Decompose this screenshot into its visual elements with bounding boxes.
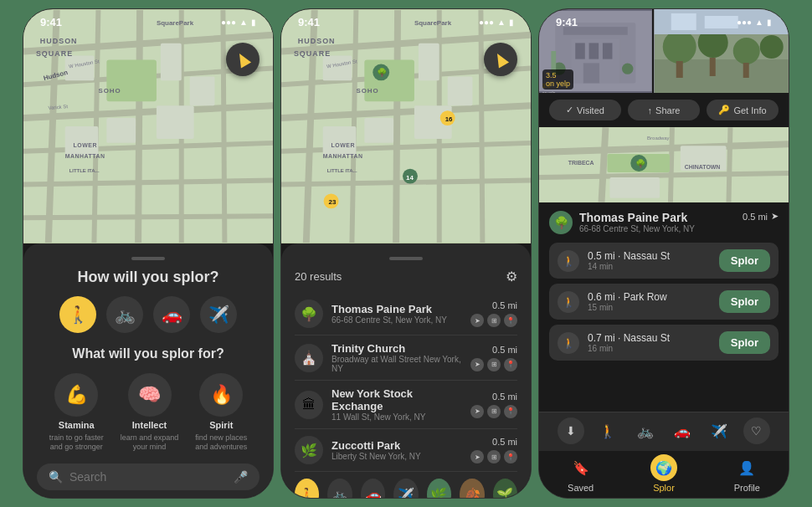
svg-rect-44 (323, 126, 357, 156)
route-option-1: 🚶 0.6 mi · Park Row 15 min Splor (549, 284, 779, 320)
car-icon[interactable]: 🚗 (153, 296, 190, 333)
results-header: 20 results ⚙ (295, 269, 517, 284)
nav-splor-3[interactable]: 🌍 Splor (650, 454, 677, 493)
nav-dot-2[interactable]: ➤ (470, 405, 484, 418)
splor-for-question: What will you splor for? (37, 346, 260, 361)
phone-1: 9:41 ●●● ▲ ▮ (23, 8, 274, 499)
svg-line-9 (138, 10, 140, 243)
place-nav-icon[interactable]: ➤ (771, 211, 779, 222)
route-name-1: 0.6 mi · Park Row (588, 291, 711, 303)
search-bar-1[interactable]: 🔍 🎤 (37, 463, 260, 490)
bike-icon[interactable]: 🚲 (106, 296, 143, 333)
svg-rect-45 (364, 118, 393, 143)
result-name-2: New York Stock Exchange (331, 387, 462, 412)
svg-text:🌳: 🌳 (377, 67, 388, 78)
filter-icons-row: 🚶 🚲 🚗 ✈️ 🌿 🍂 🌱 (295, 472, 517, 499)
download-btn-3[interactable]: ⬇ (558, 417, 584, 444)
nav-dot-0[interactable]: ➤ (470, 314, 484, 327)
svg-rect-16 (65, 126, 99, 156)
pin-dot-3: 📍 (504, 450, 517, 463)
svg-rect-67 (575, 43, 585, 59)
status-bar-2: 9:41 ●●● ▲ ▮ (281, 9, 531, 32)
info-btn[interactable]: 🔑 Get Info (707, 100, 779, 120)
dist-text-1: 0.5 mi (492, 345, 517, 355)
svg-rect-82 (676, 61, 682, 78)
nav-saved-3[interactable]: 🔖 Saved (568, 454, 594, 493)
stamina-item[interactable]: 💪 Stamina train to go fasterand go stron… (49, 373, 104, 452)
nav-plane-3[interactable]: ✈️ (706, 417, 732, 444)
mic-icon-1[interactable]: 🎤 (234, 470, 248, 484)
result-item-2[interactable]: 🏛 New York Stock Exchange 11 Wall St, Ne… (295, 381, 517, 429)
result-icon-2: 🏛 (295, 391, 323, 419)
splor-btn-1[interactable]: Splor (719, 290, 770, 313)
plane-icon-3: ✈️ (706, 417, 732, 444)
dist-text-0: 0.5 mi (492, 300, 517, 310)
heart-btn-3[interactable]: ♡ (743, 417, 770, 444)
nav-bike-3[interactable]: 🚲 (632, 417, 659, 444)
result-item-1[interactable]: ⛪ Trinity Church Broadway at Wall Street… (295, 335, 517, 381)
stamina-sub: train to go fasterand go stronger (49, 433, 104, 452)
saved-icon-3: 🔖 (568, 454, 594, 481)
search-input-1[interactable] (69, 470, 227, 484)
result-addr-3: Liberty St New York, NY (331, 452, 462, 461)
filter-car[interactable]: 🚗 (361, 479, 385, 499)
place-dist-text: 0.5 mi (743, 212, 768, 222)
compass-button-1[interactable] (226, 43, 260, 76)
walk-icon-3: 🚶 (594, 417, 621, 444)
result-info-0: Thomas Paine Park 66-68 Centre St, New Y… (331, 303, 462, 325)
svg-text:SOHO: SOHO (356, 87, 378, 95)
nav-dot-3[interactable]: ➤ (470, 450, 484, 463)
wifi-icon-2: ▲ (497, 18, 506, 27)
nav-car-3[interactable]: 🚗 (669, 417, 696, 444)
result-addr-2: 11 Wall St, New York, NY (331, 412, 462, 422)
result-dist-2: 0.5 mi ➤ ⊞ 📍 (470, 392, 517, 418)
filter-nature3[interactable]: 🌱 (493, 479, 517, 499)
result-item-0[interactable]: 🌳 Thomas Paine Park 66-68 Centre St, New… (295, 293, 517, 335)
scroll-handle-2 (389, 257, 423, 260)
result-actions-0: ➤ ⊞ 📍 (470, 314, 517, 327)
filter-plane[interactable]: ✈️ (393, 479, 418, 499)
svg-text:MANHATTAN: MANHATTAN (65, 153, 105, 159)
status-icons-1: ●●● ▲ ▮ (221, 18, 256, 27)
result-item-3[interactable]: 🌿 Zuccotti Park Liberty St New York, NY … (295, 429, 517, 472)
nav-profile-3[interactable]: 👤 Profile (733, 454, 760, 493)
spirit-sub: find new placesand adventures (195, 433, 247, 452)
info-label: Get Info (733, 105, 766, 115)
battery-icon-1: ▮ (251, 18, 256, 27)
place-name-addr: Thomas Paine Park 66-68 Centre St, New Y… (579, 211, 736, 233)
compass-button-2[interactable] (484, 43, 517, 76)
svg-line-37 (396, 10, 398, 243)
svg-rect-43 (448, 76, 473, 105)
svg-text:🌳: 🌳 (635, 158, 646, 169)
spirit-item[interactable]: 🔥 Spirit find new placesand adventures (195, 373, 247, 452)
result-info-3: Zuccotti Park Liberty St New York, NY (331, 439, 462, 461)
svg-line-6 (23, 216, 273, 218)
filter-nature2[interactable]: 🍂 (460, 479, 484, 499)
route-option-0: 🚶 0.5 mi · Nassau St 14 min Splor (549, 243, 779, 279)
filter-walk[interactable]: 🚶 (295, 479, 319, 499)
route-icon-0: 🚶 (558, 250, 579, 272)
results-panel: 20 results ⚙ 🌳 Thomas Paine Park 66-68 C… (281, 243, 531, 499)
svg-rect-18 (157, 105, 194, 139)
splor-btn-2[interactable]: Splor (719, 331, 770, 354)
svg-rect-40 (364, 60, 414, 102)
share-btn[interactable]: ↑ Share (628, 100, 700, 120)
status-bar-1: 9:41 ●●● ▲ ▮ (23, 9, 273, 32)
nav-dot-1[interactable]: ➤ (470, 358, 484, 371)
route-name-2: 0.7 mi · Nassau St (588, 332, 711, 344)
splor-btn-0[interactable]: Splor (719, 249, 770, 272)
profile-icon-3: 👤 (733, 454, 760, 481)
filter-bike[interactable]: 🚲 (327, 479, 352, 499)
walk-icon[interactable]: 🚶 (59, 296, 96, 333)
nav-walk-3[interactable]: 🚶 (594, 417, 621, 444)
filter-nature1[interactable]: 🌿 (427, 479, 451, 499)
wifi-icon-3: ▲ (755, 18, 763, 27)
plane-icon[interactable]: ✈️ (200, 296, 237, 333)
rating-value: 3.5 (546, 71, 557, 79)
svg-rect-69 (603, 43, 613, 59)
svg-text:on yelp: on yelp (542, 91, 556, 93)
intellect-item[interactable]: 🧠 Intellect learn and expandyour mind (121, 373, 179, 452)
route-icon-2: 🚶 (558, 332, 579, 354)
visited-btn[interactable]: ✓ Visited (549, 100, 621, 120)
results-filter-icon[interactable]: ⚙ (506, 269, 517, 284)
